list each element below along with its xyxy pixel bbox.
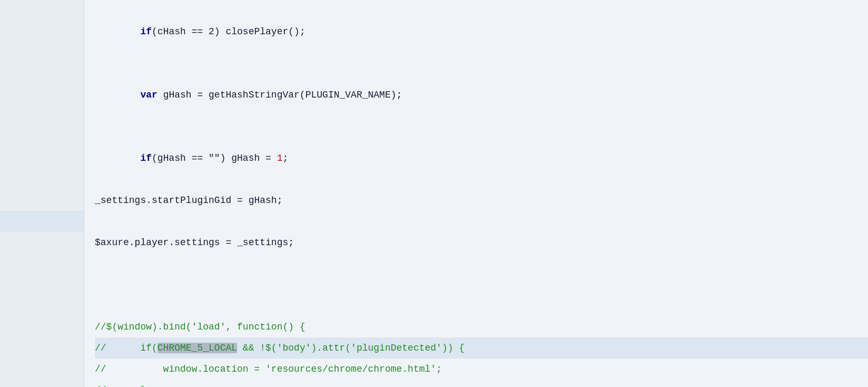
gutter-line-6: [0, 105, 84, 127]
code-token: $axure.player.settings = _settings;: [95, 232, 294, 253]
gutter-line-5: [0, 84, 84, 105]
gutter-line-18: [0, 359, 84, 380]
selected-text-chrome: CHROME_5_LOCAL: [157, 343, 237, 353]
gutter-line-17: [0, 337, 84, 359]
code-line-2: var gHash = getHashStringVar(PLUGIN_VAR_…: [95, 63, 868, 127]
code-token: (cHash == 2) closePlayer();: [152, 26, 305, 37]
gutter-line-11: [0, 211, 84, 232]
code-token: _settings.startPluginGid = gHash;: [95, 190, 282, 211]
code-editor: if(cHash == 2) closePlayer(); var gHash …: [0, 0, 868, 387]
gutter-line-7: [0, 127, 84, 148]
gutter-line-15: [0, 295, 84, 316]
gutter-line-19: [0, 380, 84, 387]
code-line-5: [95, 211, 868, 232]
gutter-line-9: [0, 169, 84, 190]
number-1: 1: [277, 153, 283, 163]
code-line-11: // if(CHROME_5_LOCAL && !$('body').attr(…: [95, 337, 868, 359]
gutter-line-4: [0, 63, 84, 84]
gutter-line-1: [0, 0, 84, 21]
code-line-3: if(gHash == "") gHash = 1;: [95, 127, 868, 190]
gutter-line-10: [0, 190, 84, 211]
keyword-if: if: [140, 26, 152, 37]
code-line-13: // }: [95, 380, 868, 387]
code-token: var gHash = getHashStringVar(PLUGIN_VAR_…: [95, 63, 402, 127]
keyword-if-2: if: [140, 153, 152, 163]
code-line-1: if(cHash == 2) closePlayer();: [95, 0, 868, 63]
code-token: ;: [282, 153, 288, 163]
gutter-line-12: [0, 232, 84, 253]
code-line-8: //@todo: [84, 274, 868, 295]
gutter-line-13: [0, 253, 84, 274]
comment-line-13: // }: [95, 380, 146, 387]
gutter-line-16: [0, 316, 84, 337]
line-gutter: [0, 0, 84, 387]
code-line-9: [95, 295, 868, 316]
comment-line-11: // if(CHROME_5_LOCAL && !$('body').attr(…: [95, 337, 465, 359]
code-line-4: _settings.startPluginGid = gHash;: [95, 190, 868, 211]
code-token: if(gHash == "") gHash = 1;: [95, 127, 288, 190]
code-line-6: $axure.player.settings = _settings;: [95, 232, 868, 253]
comment-line-10: //$(window).bind('load', function() {: [95, 316, 305, 337]
keyword-var: var: [140, 90, 157, 100]
code-line-12: // window.location = 'resources/chrome/c…: [95, 359, 868, 380]
code-content[interactable]: if(cHash == 2) closePlayer(); var gHash …: [84, 0, 868, 387]
code-line-7: [95, 253, 868, 274]
gutter-line-14: [0, 274, 84, 295]
gutter-line-2: [0, 21, 84, 42]
gutter-line-8: [0, 148, 84, 169]
code-token: gHash = getHashStringVar(PLUGIN_VAR_NAME…: [157, 90, 402, 100]
gutter-line-3: [0, 42, 84, 63]
code-line-10: //$(window).bind('load', function() {: [95, 316, 868, 337]
code-token: (gHash == "") gHash =: [152, 153, 277, 163]
comment-line-12: // window.location = 'resources/chrome/c…: [95, 359, 442, 380]
code-token: if(cHash == 2) closePlayer();: [95, 0, 305, 63]
